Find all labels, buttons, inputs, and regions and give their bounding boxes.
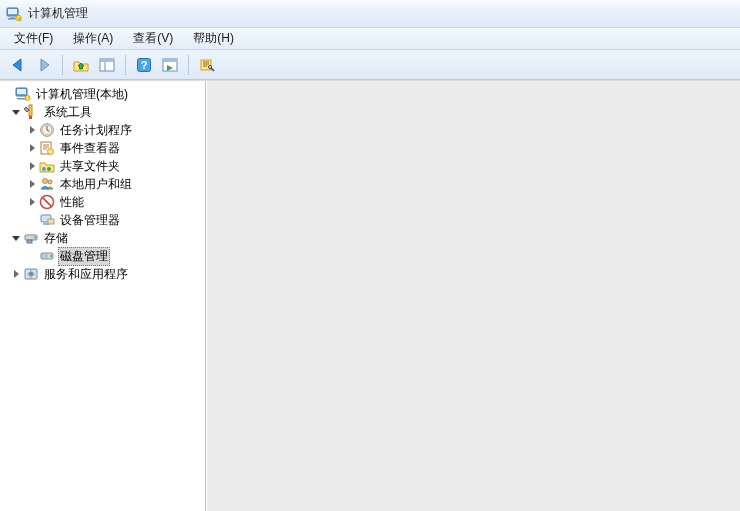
tree-services-apps[interactable]: 服务和应用程序 xyxy=(2,265,205,283)
expand-icon[interactable] xyxy=(26,142,38,154)
svg-rect-2 xyxy=(10,16,15,18)
tree-performance-label: 性能 xyxy=(58,193,86,212)
menu-help[interactable]: 帮助(H) xyxy=(183,28,244,49)
collapse-icon[interactable] xyxy=(10,106,22,118)
tree-local-users-groups[interactable]: 本地用户和组 xyxy=(2,175,205,193)
services-apps-icon xyxy=(23,266,39,282)
forward-button[interactable] xyxy=(32,53,56,77)
title-bar: 计算机管理 xyxy=(0,0,740,28)
svg-point-39 xyxy=(50,255,52,257)
collapse-icon[interactable] xyxy=(10,232,22,244)
back-button[interactable] xyxy=(6,53,30,77)
svg-rect-20 xyxy=(29,116,32,119)
tree-root-label: 计算机管理(本地) xyxy=(34,85,130,104)
svg-point-28 xyxy=(48,180,52,184)
toolbar-separator xyxy=(62,55,63,75)
wizard-button[interactable] xyxy=(195,53,219,77)
no-twisty xyxy=(26,214,38,226)
disk-icon xyxy=(39,248,55,264)
svg-point-24 xyxy=(48,149,54,155)
svg-rect-36 xyxy=(27,240,32,243)
svg-point-18 xyxy=(25,96,30,101)
users-icon xyxy=(39,176,55,192)
svg-rect-7 xyxy=(100,59,114,62)
toolbar-separator xyxy=(188,55,189,75)
svg-point-25 xyxy=(42,167,46,171)
tree-pane: 计算机管理(本地) xyxy=(0,81,206,511)
tree-local-users-groups-label: 本地用户和组 xyxy=(58,175,134,194)
menu-view[interactable]: 查看(V) xyxy=(123,28,183,49)
tree-system-tools-label: 系统工具 xyxy=(42,103,94,122)
tree-device-manager[interactable]: 设备管理器 xyxy=(2,211,205,229)
up-folder-button[interactable] xyxy=(69,53,93,77)
svg-text:?: ? xyxy=(141,59,148,71)
tree-storage-label: 存储 xyxy=(42,229,70,248)
tree-device-manager-label: 设备管理器 xyxy=(58,211,122,230)
menu-action[interactable]: 操作(A) xyxy=(63,28,123,49)
panes-button[interactable] xyxy=(95,53,119,77)
performance-icon xyxy=(39,194,55,210)
clock-icon xyxy=(39,122,55,138)
toolbar: ? xyxy=(0,50,740,80)
app-icon xyxy=(6,6,22,22)
menu-bar: 文件(F) 操作(A) 查看(V) 帮助(H) xyxy=(0,28,740,50)
tree-services-apps-label: 服务和应用程序 xyxy=(42,265,130,284)
tree-root[interactable]: 计算机管理(本地) xyxy=(2,85,205,103)
tree-event-viewer[interactable]: 事件查看器 xyxy=(2,139,205,157)
svg-rect-19 xyxy=(29,105,32,116)
expand-icon[interactable] xyxy=(26,196,38,208)
svg-rect-38 xyxy=(42,254,48,258)
storage-icon xyxy=(23,230,39,246)
svg-rect-1 xyxy=(8,9,17,14)
tree-event-viewer-label: 事件查看器 xyxy=(58,139,122,158)
computer-management-icon xyxy=(15,86,31,102)
no-twisty xyxy=(26,250,38,262)
detail-pane xyxy=(206,81,740,511)
tree-system-tools[interactable]: 系统工具 xyxy=(2,103,205,121)
tree-shared-folders-label: 共享文件夹 xyxy=(58,157,122,176)
tree-task-scheduler-label: 任务计划程序 xyxy=(58,121,134,140)
toolbar-separator xyxy=(125,55,126,75)
svg-rect-12 xyxy=(163,59,177,62)
event-viewer-icon xyxy=(39,140,55,156)
device-manager-icon xyxy=(39,212,55,228)
tree-disk-management[interactable]: 磁盘管理 xyxy=(2,247,205,265)
tree-task-scheduler[interactable]: 任务计划程序 xyxy=(2,121,205,139)
svg-point-27 xyxy=(43,179,48,184)
expand-icon[interactable] xyxy=(26,160,38,172)
svg-point-41 xyxy=(29,272,34,277)
expand-icon[interactable] xyxy=(10,268,22,280)
svg-point-14 xyxy=(209,65,212,68)
window-title: 计算机管理 xyxy=(28,5,88,22)
menu-file[interactable]: 文件(F) xyxy=(4,28,63,49)
tree-shared-folders[interactable]: 共享文件夹 xyxy=(2,157,205,175)
svg-point-26 xyxy=(47,167,51,171)
collapse-icon[interactable] xyxy=(2,88,14,100)
action-pane-button[interactable] xyxy=(158,53,182,77)
help-button[interactable]: ? xyxy=(132,53,156,77)
expand-icon[interactable] xyxy=(26,124,38,136)
tree-performance[interactable]: 性能 xyxy=(2,193,205,211)
shared-folders-icon xyxy=(39,158,55,174)
tree-disk-management-label: 磁盘管理 xyxy=(58,247,110,266)
svg-rect-33 xyxy=(48,219,54,224)
tree-storage[interactable]: 存储 xyxy=(2,229,205,247)
content-area: 计算机管理(本地) xyxy=(0,80,740,511)
expand-icon[interactable] xyxy=(26,178,38,190)
svg-point-35 xyxy=(34,237,36,239)
tools-icon xyxy=(23,104,39,120)
svg-rect-16 xyxy=(17,89,26,94)
